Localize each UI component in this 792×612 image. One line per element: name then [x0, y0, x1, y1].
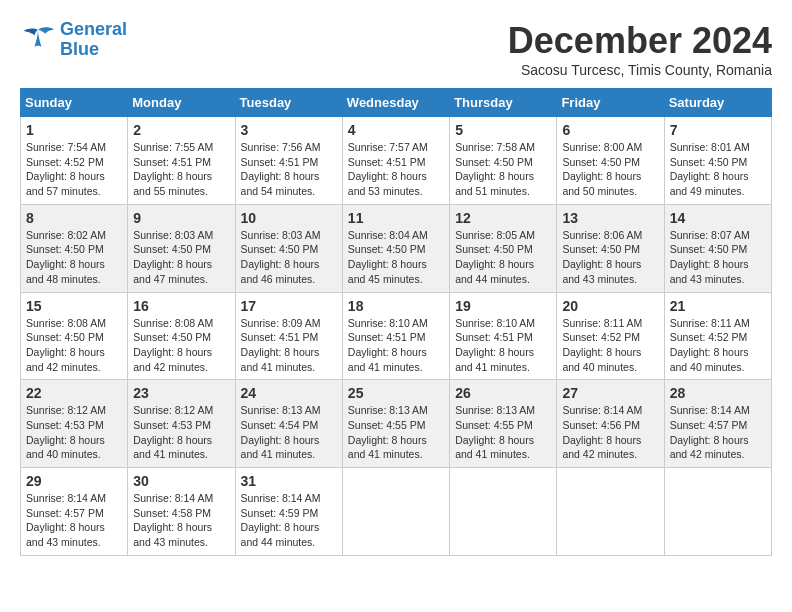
- day-info: Sunrise: 8:04 AMSunset: 4:50 PMDaylight:…: [348, 228, 444, 287]
- header-section: General Blue December 2024 Sacosu Turces…: [20, 20, 772, 78]
- day-header-thursday: Thursday: [450, 89, 557, 117]
- day-header-sunday: Sunday: [21, 89, 128, 117]
- day-header-saturday: Saturday: [664, 89, 771, 117]
- calendar-cell: 18Sunrise: 8:10 AMSunset: 4:51 PMDayligh…: [342, 292, 449, 380]
- calendar-cell: 26Sunrise: 8:13 AMSunset: 4:55 PMDayligh…: [450, 380, 557, 468]
- calendar-cell: [342, 468, 449, 556]
- day-info: Sunrise: 7:57 AMSunset: 4:51 PMDaylight:…: [348, 140, 444, 199]
- day-info: Sunrise: 8:05 AMSunset: 4:50 PMDaylight:…: [455, 228, 551, 287]
- calendar-cell: 8Sunrise: 8:02 AMSunset: 4:50 PMDaylight…: [21, 204, 128, 292]
- day-header-monday: Monday: [128, 89, 235, 117]
- calendar-cell: 17Sunrise: 8:09 AMSunset: 4:51 PMDayligh…: [235, 292, 342, 380]
- day-header-tuesday: Tuesday: [235, 89, 342, 117]
- day-number: 10: [241, 210, 337, 226]
- day-number: 9: [133, 210, 229, 226]
- day-info: Sunrise: 8:11 AMSunset: 4:52 PMDaylight:…: [670, 316, 766, 375]
- calendar-week-row: 29Sunrise: 8:14 AMSunset: 4:57 PMDayligh…: [21, 468, 772, 556]
- calendar-cell: [664, 468, 771, 556]
- calendar-week-row: 8Sunrise: 8:02 AMSunset: 4:50 PMDaylight…: [21, 204, 772, 292]
- day-info: Sunrise: 8:06 AMSunset: 4:50 PMDaylight:…: [562, 228, 658, 287]
- day-info: Sunrise: 8:14 AMSunset: 4:59 PMDaylight:…: [241, 491, 337, 550]
- day-info: Sunrise: 8:02 AMSunset: 4:50 PMDaylight:…: [26, 228, 122, 287]
- logo-bird-icon: [20, 25, 56, 55]
- day-number: 15: [26, 298, 122, 314]
- day-info: Sunrise: 7:54 AMSunset: 4:52 PMDaylight:…: [26, 140, 122, 199]
- calendar-cell: 6Sunrise: 8:00 AMSunset: 4:50 PMDaylight…: [557, 117, 664, 205]
- calendar-cell: 12Sunrise: 8:05 AMSunset: 4:50 PMDayligh…: [450, 204, 557, 292]
- day-number: 5: [455, 122, 551, 138]
- title-section: December 2024 Sacosu Turcesc, Timis Coun…: [508, 20, 772, 78]
- calendar-cell: 3Sunrise: 7:56 AMSunset: 4:51 PMDaylight…: [235, 117, 342, 205]
- calendar-cell: 21Sunrise: 8:11 AMSunset: 4:52 PMDayligh…: [664, 292, 771, 380]
- calendar-week-row: 22Sunrise: 8:12 AMSunset: 4:53 PMDayligh…: [21, 380, 772, 468]
- calendar-cell: 28Sunrise: 8:14 AMSunset: 4:57 PMDayligh…: [664, 380, 771, 468]
- day-info: Sunrise: 8:08 AMSunset: 4:50 PMDaylight:…: [133, 316, 229, 375]
- day-info: Sunrise: 8:07 AMSunset: 4:50 PMDaylight:…: [670, 228, 766, 287]
- calendar-cell: 29Sunrise: 8:14 AMSunset: 4:57 PMDayligh…: [21, 468, 128, 556]
- day-info: Sunrise: 7:55 AMSunset: 4:51 PMDaylight:…: [133, 140, 229, 199]
- location-subtitle: Sacosu Turcesc, Timis County, Romania: [508, 62, 772, 78]
- day-info: Sunrise: 8:11 AMSunset: 4:52 PMDaylight:…: [562, 316, 658, 375]
- day-number: 7: [670, 122, 766, 138]
- day-number: 2: [133, 122, 229, 138]
- day-info: Sunrise: 8:13 AMSunset: 4:54 PMDaylight:…: [241, 403, 337, 462]
- calendar-cell: 23Sunrise: 8:12 AMSunset: 4:53 PMDayligh…: [128, 380, 235, 468]
- day-info: Sunrise: 8:01 AMSunset: 4:50 PMDaylight:…: [670, 140, 766, 199]
- day-number: 28: [670, 385, 766, 401]
- calendar-cell: 7Sunrise: 8:01 AMSunset: 4:50 PMDaylight…: [664, 117, 771, 205]
- day-info: Sunrise: 8:12 AMSunset: 4:53 PMDaylight:…: [26, 403, 122, 462]
- day-number: 26: [455, 385, 551, 401]
- day-number: 23: [133, 385, 229, 401]
- day-number: 24: [241, 385, 337, 401]
- day-info: Sunrise: 8:10 AMSunset: 4:51 PMDaylight:…: [348, 316, 444, 375]
- day-info: Sunrise: 8:03 AMSunset: 4:50 PMDaylight:…: [133, 228, 229, 287]
- logo: General Blue: [20, 20, 127, 60]
- calendar-cell: 24Sunrise: 8:13 AMSunset: 4:54 PMDayligh…: [235, 380, 342, 468]
- day-info: Sunrise: 8:00 AMSunset: 4:50 PMDaylight:…: [562, 140, 658, 199]
- calendar-cell: 25Sunrise: 8:13 AMSunset: 4:55 PMDayligh…: [342, 380, 449, 468]
- day-number: 20: [562, 298, 658, 314]
- day-number: 17: [241, 298, 337, 314]
- calendar-cell: 9Sunrise: 8:03 AMSunset: 4:50 PMDaylight…: [128, 204, 235, 292]
- calendar-cell: 20Sunrise: 8:11 AMSunset: 4:52 PMDayligh…: [557, 292, 664, 380]
- calendar-cell: 4Sunrise: 7:57 AMSunset: 4:51 PMDaylight…: [342, 117, 449, 205]
- day-info: Sunrise: 8:14 AMSunset: 4:56 PMDaylight:…: [562, 403, 658, 462]
- day-info: Sunrise: 7:58 AMSunset: 4:50 PMDaylight:…: [455, 140, 551, 199]
- calendar-cell: 27Sunrise: 8:14 AMSunset: 4:56 PMDayligh…: [557, 380, 664, 468]
- day-number: 12: [455, 210, 551, 226]
- day-number: 14: [670, 210, 766, 226]
- day-number: 27: [562, 385, 658, 401]
- calendar-cell: 1Sunrise: 7:54 AMSunset: 4:52 PMDaylight…: [21, 117, 128, 205]
- calendar-cell: 22Sunrise: 8:12 AMSunset: 4:53 PMDayligh…: [21, 380, 128, 468]
- day-number: 1: [26, 122, 122, 138]
- day-number: 11: [348, 210, 444, 226]
- day-number: 8: [26, 210, 122, 226]
- calendar-cell: 5Sunrise: 7:58 AMSunset: 4:50 PMDaylight…: [450, 117, 557, 205]
- day-info: Sunrise: 8:14 AMSunset: 4:57 PMDaylight:…: [26, 491, 122, 550]
- calendar-cell: 2Sunrise: 7:55 AMSunset: 4:51 PMDaylight…: [128, 117, 235, 205]
- calendar-cell: 16Sunrise: 8:08 AMSunset: 4:50 PMDayligh…: [128, 292, 235, 380]
- day-number: 3: [241, 122, 337, 138]
- calendar-week-row: 15Sunrise: 8:08 AMSunset: 4:50 PMDayligh…: [21, 292, 772, 380]
- calendar-cell: 19Sunrise: 8:10 AMSunset: 4:51 PMDayligh…: [450, 292, 557, 380]
- day-info: Sunrise: 8:14 AMSunset: 4:57 PMDaylight:…: [670, 403, 766, 462]
- day-info: Sunrise: 8:08 AMSunset: 4:50 PMDaylight:…: [26, 316, 122, 375]
- calendar-cell: 14Sunrise: 8:07 AMSunset: 4:50 PMDayligh…: [664, 204, 771, 292]
- month-title: December 2024: [508, 20, 772, 62]
- day-info: Sunrise: 8:14 AMSunset: 4:58 PMDaylight:…: [133, 491, 229, 550]
- day-number: 31: [241, 473, 337, 489]
- day-number: 29: [26, 473, 122, 489]
- day-info: Sunrise: 8:13 AMSunset: 4:55 PMDaylight:…: [348, 403, 444, 462]
- day-number: 6: [562, 122, 658, 138]
- day-info: Sunrise: 8:13 AMSunset: 4:55 PMDaylight:…: [455, 403, 551, 462]
- calendar-cell: 11Sunrise: 8:04 AMSunset: 4:50 PMDayligh…: [342, 204, 449, 292]
- calendar-cell: [450, 468, 557, 556]
- calendar-cell: 30Sunrise: 8:14 AMSunset: 4:58 PMDayligh…: [128, 468, 235, 556]
- calendar-cell: 10Sunrise: 8:03 AMSunset: 4:50 PMDayligh…: [235, 204, 342, 292]
- day-info: Sunrise: 8:03 AMSunset: 4:50 PMDaylight:…: [241, 228, 337, 287]
- calendar-cell: [557, 468, 664, 556]
- day-number: 4: [348, 122, 444, 138]
- day-number: 18: [348, 298, 444, 314]
- day-number: 22: [26, 385, 122, 401]
- calendar-week-row: 1Sunrise: 7:54 AMSunset: 4:52 PMDaylight…: [21, 117, 772, 205]
